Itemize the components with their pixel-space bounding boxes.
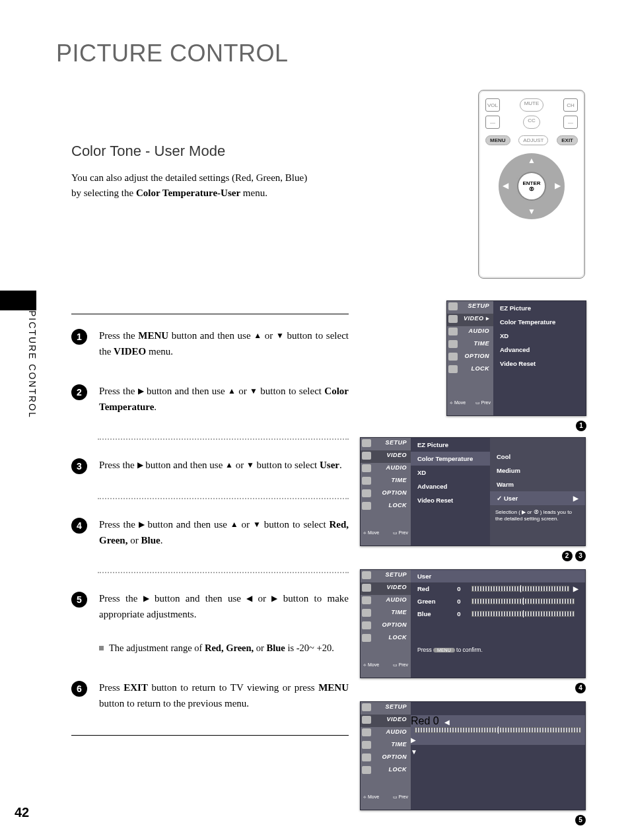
t: . xyxy=(154,402,157,412)
t: Press the xyxy=(99,386,138,396)
osd-side-tabs: SETUP VIDEO AUDIO TIME OPTION LOCK ⟡ Mov… xyxy=(361,438,411,545)
opt-warm: Warm xyxy=(490,477,585,491)
t: button to select xyxy=(258,386,324,396)
section-subtitle: Color Tone - User Mode xyxy=(71,143,225,160)
badge-1: 1 xyxy=(576,421,586,431)
osd-xd: XD xyxy=(493,329,586,343)
osd-user-body: User Red0▶ Green0 Blue0 Press MENU to co… xyxy=(411,570,585,678)
tab-option: OPTION xyxy=(361,488,411,501)
t: is -20~ +20. xyxy=(285,643,334,653)
row-blue: Blue0 xyxy=(411,608,585,620)
arrow-up-icon: ▲ xyxy=(528,156,536,166)
arrow-left-icon: ◀ xyxy=(503,181,508,191)
step-3: 3 Press the ▶ button and then use ▲ or ▼… xyxy=(71,457,349,475)
intro-line2c: menu. xyxy=(240,188,267,198)
down-triangle-icon: ▼ xyxy=(246,459,254,472)
left-triangle-icon: ◀ xyxy=(444,718,450,726)
right-triangle-icon: ▶ xyxy=(139,518,145,531)
t: or xyxy=(238,519,253,530)
step-5: 5 Press the ▶ button and then use ◀ or ▶… xyxy=(71,590,349,623)
t: . xyxy=(160,535,163,545)
arrow-down-icon: ▼ xyxy=(528,207,536,217)
enter-button: ENTER ⦿ xyxy=(518,173,545,199)
up-triangle-icon: ▲ xyxy=(230,518,238,531)
ch-minus: — xyxy=(563,116,578,129)
badge-5: 5 xyxy=(575,815,586,825)
t: button to return to the previous menu. xyxy=(99,698,249,709)
video-word: VIDEO xyxy=(114,346,146,357)
vol-minus: — xyxy=(485,116,500,129)
t: button to select xyxy=(254,460,320,470)
tab-lock: LOCK xyxy=(447,364,493,376)
osd-reset: Video Reset xyxy=(411,493,490,507)
t: or xyxy=(254,643,266,653)
tab-setup: SETUP xyxy=(447,301,493,314)
tab-option: OPTION xyxy=(361,752,411,765)
mute-button: MUTE xyxy=(520,98,544,112)
osd-adv: Advanced xyxy=(493,343,586,357)
tab-audio: AUDIO xyxy=(361,463,411,475)
t: Press the xyxy=(99,330,138,341)
down-triangle-icon: ▼ xyxy=(250,385,258,398)
opt-user: User▶ xyxy=(490,491,585,505)
step-1: 1 Press the MENU button and then use ▲ o… xyxy=(71,328,349,361)
intro-line1: You can also adjust the detailed setting… xyxy=(71,172,307,183)
step-number: 1 xyxy=(71,329,87,345)
step-2: 2 Press the ▶ button and then use ▲ or ▼… xyxy=(71,383,349,416)
menu-word: MENU xyxy=(138,330,168,341)
tab-video: VIDEO xyxy=(361,450,411,463)
page-number: 42 xyxy=(15,805,29,820)
t: button and then use xyxy=(149,593,247,604)
title-main: PICTURE CONTROL xyxy=(56,40,289,67)
t: or xyxy=(262,330,276,341)
tab-setup: SETUP xyxy=(361,438,411,450)
t: button and then use xyxy=(168,330,254,341)
t: Press xyxy=(99,682,123,693)
note-rg: Red, Green, xyxy=(205,643,254,653)
tab-video: VIDEO ▸ xyxy=(447,314,493,326)
menu-button: MENU xyxy=(485,135,510,145)
adjust-button: ADJUST xyxy=(518,135,548,145)
right-triangle-icon: ▶ xyxy=(411,736,416,744)
row-red-adjust: Red 0 ◀ ▶ xyxy=(411,715,585,745)
step-number: 5 xyxy=(71,592,87,608)
tab-audio: AUDIO xyxy=(447,326,493,339)
tab-audio: AUDIO xyxy=(361,727,411,740)
tab-video: VIDEO xyxy=(361,715,411,727)
item-word: User xyxy=(320,460,339,470)
osd-ct: Color Temperature xyxy=(411,452,490,466)
up-triangle-icon: ▲ xyxy=(254,330,262,342)
badge-2: 2 xyxy=(562,551,573,561)
intro-line2a: by selecting the xyxy=(71,188,136,198)
tab-setup: SETUP xyxy=(361,570,411,582)
tab-time: TIME xyxy=(361,740,411,752)
step-text: Press the ▶ button and then use ▲ or ▼ b… xyxy=(99,383,349,415)
osd-side-tabs: SETUP VIDEO ▸ AUDIO TIME OPTION LOCK ⟡ M… xyxy=(447,301,493,415)
step-4: 4 Press the ▶ button and then use ▲ or ▼… xyxy=(71,516,349,549)
t: or xyxy=(127,535,141,545)
side-section-label: PICTURE CONTROL xyxy=(27,310,38,419)
osd-options: Cool Medium Warm User▶ Selection ( ▶ or … xyxy=(490,438,585,545)
exit-word: EXIT xyxy=(123,682,148,693)
opt-cool: Cool xyxy=(490,450,585,464)
intro-menu-name: Color Temperature-User xyxy=(136,188,240,198)
osd-red-body: Red 0 ◀ ▶ ▼ xyxy=(411,702,585,810)
t: button and then use xyxy=(143,460,226,470)
confirm-hint: Press MENU to confirm. xyxy=(411,640,585,660)
tab-time: TIME xyxy=(361,475,411,488)
row-red: Red0▶ xyxy=(411,582,585,595)
adjustment-note: The adjustment range of Red, Green, or B… xyxy=(99,641,349,656)
t: button to return to TV viewing or press xyxy=(148,682,318,693)
row-green: Green0 xyxy=(411,595,585,608)
step-number: 3 xyxy=(71,458,87,474)
remote-illustration: VOL MUTE CH — CC — MENU ADJUST EXIT ▲ ▼ … xyxy=(478,90,585,279)
osd-panel-2: SETUP VIDEO AUDIO TIME OPTION LOCK ⟡ Mov… xyxy=(360,437,586,561)
t: Press the xyxy=(99,593,143,604)
vol-button: VOL xyxy=(485,98,500,112)
arrow-right-icon: ▶ xyxy=(555,181,561,191)
badge-3: 3 xyxy=(575,551,586,561)
step-text: Press the ▶ button and then use ▲ or ▼ b… xyxy=(99,457,349,474)
side-black-tab xyxy=(0,291,36,310)
tab-option: OPTION xyxy=(447,351,493,364)
menu-word: MENU xyxy=(318,682,349,693)
